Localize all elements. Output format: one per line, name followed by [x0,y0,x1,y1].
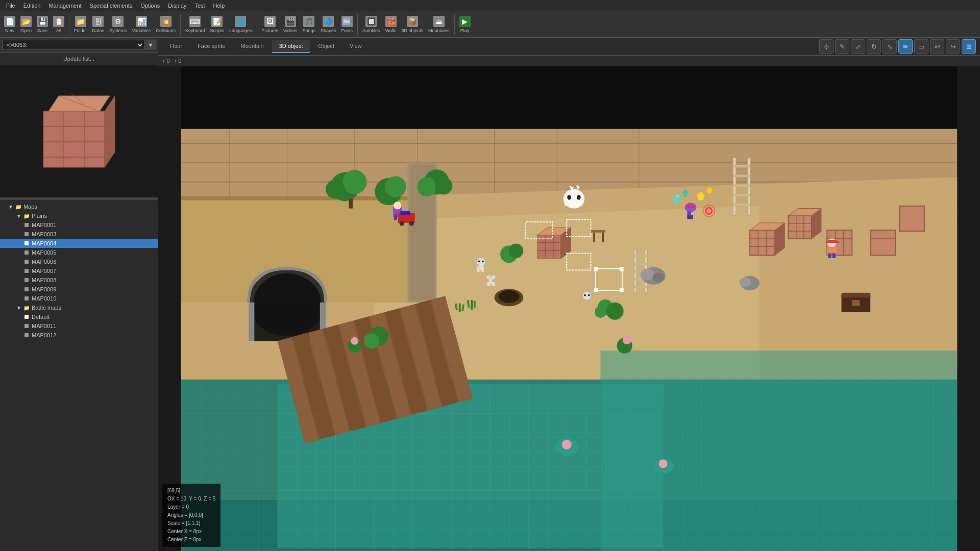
svg-rect-161 [400,211,410,215]
svg-point-103 [364,333,379,348]
toolbar-videos[interactable]: 🎬 Videos [281,15,299,34]
svg-point-170 [706,209,711,213]
menu-edition[interactable]: Edition [19,2,45,10]
map0007-label: MAP0007 [32,268,56,274]
tree-plains[interactable]: ▼ 📁 Plains [0,211,158,220]
svg-rect-146 [479,266,482,270]
canvas-area[interactable]: [69,5] OX = 10, Y = 0, Z = 5 Layer = 0 A… [158,66,980,551]
toolbar-scripts[interactable]: 📝 Scripts [208,15,226,34]
svg-rect-132 [620,288,624,292]
tool-move[interactable]: ⤢ [851,39,865,54]
toolbar-variables[interactable]: 📊 Variables [130,15,153,34]
tree-map0004[interactable]: MAP0004 [0,239,158,248]
tree-map0007[interactable]: MAP0007 [0,266,158,276]
update-list-button[interactable]: Update list... [0,53,158,65]
tool-undo[interactable]: ↩ [930,39,944,54]
map-select[interactable]: <>0053: [2,40,144,50]
tree-battle-maps[interactable]: ▼ 📁 Battle maps [0,303,158,312]
tab-view[interactable]: View [342,40,369,53]
svg-rect-155 [832,253,836,258]
scripts-icon: 📝 [211,16,223,27]
tree-map0001[interactable]: MAP0001 [0,220,158,230]
sep1 [69,14,69,35]
tool-pencil[interactable]: ✎ [835,39,849,54]
tab-object[interactable]: Object [311,40,341,53]
svg-point-147 [582,291,591,300]
toolbar-collisions[interactable]: 💥 Collisions [154,15,178,34]
svg-point-137 [567,195,571,199]
toolbar-shapes[interactable]: 🔷 Shapes [318,15,338,34]
play-icon: ▶ [459,16,471,27]
tree-maps-root[interactable]: ▼ 📁 Maps [0,202,158,211]
svg-rect-114 [733,174,750,177]
toolbar-walls[interactable]: 🧱 Walls [383,15,399,34]
tab-face-sprite[interactable]: Face sprite [190,40,232,53]
tool-redo[interactable]: ↪ [946,39,960,54]
tool-select[interactable]: ⊹ [819,39,834,54]
toolbar-folder[interactable]: 📁 Folder [72,15,89,34]
svg-rect-198 [842,293,871,297]
toolbar-fonts[interactable]: 🔤 Fonts [339,15,355,34]
map0010-label: MAP0010 [32,295,56,302]
menu-test[interactable]: Test [190,2,209,10]
menu-file[interactable]: File [2,2,19,10]
toolbar-pictures[interactable]: 🖼 Pictures [260,15,281,34]
toolbar-datas[interactable]: 🗄 Datas [90,15,107,34]
svg-point-141 [477,258,485,266]
tree-map0003[interactable]: MAP0003 [0,230,158,239]
svg-rect-193 [471,300,473,310]
tool-draw[interactable]: ✏ [898,39,913,54]
svg-point-49 [659,460,668,468]
svg-rect-182 [690,215,693,219]
toolbar-songs[interactable]: 🎵 Songs [300,15,317,34]
menu-help[interactable]: Help [209,2,229,10]
toolbar-languages[interactable]: 🌐 Languages [227,15,254,34]
toolbar-mountains[interactable]: ⛰ Mountains [426,15,452,34]
map-dropdown-btn[interactable]: ▼ [145,40,156,50]
open-icon: 📂 [20,16,32,27]
toolbar-all[interactable]: 📋 All [51,15,66,34]
tree-map0006[interactable]: MAP0006 [0,257,158,266]
svg-rect-129 [594,267,598,271]
toolbar-open[interactable]: 📂 Open [18,15,34,34]
info-line3: Layer = 0 [167,503,215,511]
map0001-dot [24,223,29,227]
tree-view: ▼ 📁 Maps ▼ 📁 Plains MAP0001 MAP0003 [0,200,158,551]
tool-fill[interactable]: ⊞ [962,39,976,54]
tree-default[interactable]: Default [0,312,158,321]
toolbar-keyboard[interactable]: ⌨ Keyboard [183,15,207,34]
toolbar-save[interactable]: 💾 Save [35,15,50,34]
tree-map0012[interactable]: MAP0012 [0,331,158,340]
menu-management[interactable]: Management [44,2,85,10]
toolbar-new[interactable]: 📄 New [2,15,17,34]
maps-folder-icon: 📁 [15,204,21,210]
tree-map0009[interactable]: MAP0009 [0,285,158,294]
toolbar-3dobjects[interactable]: 📦 3D objects [400,15,426,34]
tool-rotate[interactable]: ↻ [867,39,881,54]
tab-floor[interactable]: Floor [162,40,189,53]
tree-map0010[interactable]: MAP0010 [0,294,158,303]
toolbar-systems[interactable]: ⚙ Systems [107,15,129,34]
tree-map0008[interactable]: MAP0008 [0,276,158,285]
tab-3d-object[interactable]: 3D object [272,40,310,53]
menu-special-elements[interactable]: Special elements [86,2,137,10]
tool-scale[interactable]: ⤡ [883,39,897,54]
svg-point-138 [577,195,581,199]
tab-mountain[interactable]: Mountain [233,40,271,53]
menu-options[interactable]: Options [136,2,164,10]
tree-map0005[interactable]: MAP0005 [0,248,158,257]
menu-display[interactable]: Display [164,2,190,10]
map0011-label: MAP0011 [32,323,56,329]
battle-maps-label: Battle maps [32,305,61,311]
svg-point-149 [588,294,590,296]
toolbar-play[interactable]: ▶ Play [457,15,473,34]
tool-eraser[interactable]: ▭ [914,39,928,54]
info-line4: Angles = [0,0,0] [167,511,215,519]
toolbar-autotiles[interactable]: 🔲 Autotiles [360,15,382,34]
tree-map0011[interactable]: MAP0011 [0,321,158,331]
plains-triangle-icon: ▼ [16,213,21,219]
folder-icon: 📁 [75,16,86,27]
keyboard-icon: ⌨ [189,16,201,27]
menu-bar: File Edition Management Special elements… [0,0,980,11]
svg-rect-154 [828,253,831,258]
